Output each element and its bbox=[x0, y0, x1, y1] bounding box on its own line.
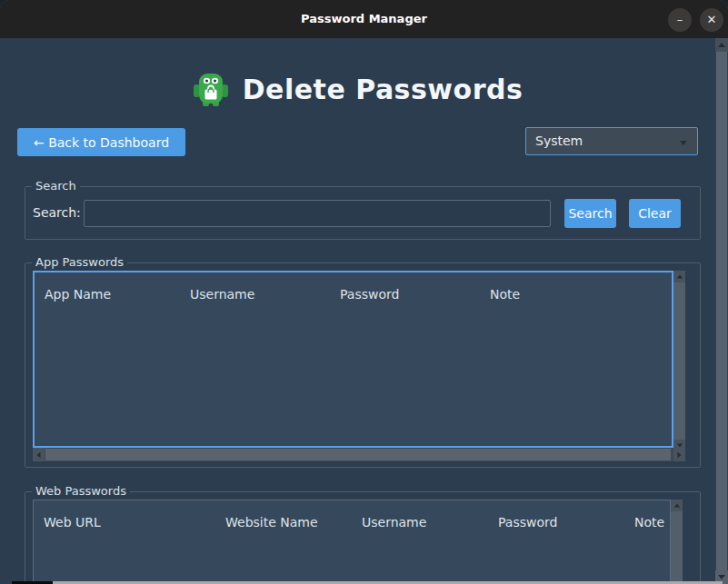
column-header-app-name[interactable]: App Name bbox=[35, 272, 180, 302]
chevron-down-icon bbox=[680, 141, 687, 145]
minimize-icon: – bbox=[677, 13, 683, 26]
page-title: Delete Passwords bbox=[243, 74, 524, 105]
web-passwords-group: Web Passwords Web URL Website Name Usern… bbox=[25, 491, 701, 584]
app-table-hscrollbar[interactable] bbox=[33, 448, 685, 461]
close-button[interactable]: ✕ bbox=[700, 8, 723, 32]
app-passwords-group-label: App Passwords bbox=[32, 255, 127, 269]
page-scroll-up-button[interactable] bbox=[715, 38, 728, 52]
column-header-username[interactable]: Username bbox=[180, 272, 330, 302]
app-passwords-table[interactable]: App Name Username Password Note bbox=[33, 271, 673, 448]
back-to-dashboard-button[interactable]: ← Back to Dashboard bbox=[17, 128, 185, 156]
arrow-down-icon bbox=[676, 444, 682, 448]
search-input[interactable] bbox=[84, 200, 551, 227]
arrow-up-icon bbox=[676, 275, 682, 279]
app-vscroll-up-button[interactable] bbox=[673, 271, 685, 282]
column-header-web-url[interactable]: Web URL bbox=[34, 500, 215, 530]
arrow-left-icon bbox=[37, 451, 41, 457]
close-icon: ✕ bbox=[707, 13, 717, 26]
window-title: Password Manager bbox=[0, 0, 728, 38]
app-table-vscrollbar[interactable] bbox=[673, 271, 685, 451]
web-vscrollbar-thumb[interactable] bbox=[671, 511, 683, 584]
app-hscrollbar-thumb[interactable] bbox=[45, 449, 671, 460]
page-scrollbar[interactable] bbox=[715, 38, 728, 584]
minimize-button[interactable]: – bbox=[668, 8, 692, 32]
page-header: Delete Passwords bbox=[0, 68, 715, 110]
web-passwords-table[interactable]: Web URL Website Name Username Password N… bbox=[33, 500, 671, 584]
column-header-note[interactable]: Note bbox=[480, 272, 672, 302]
search-button[interactable]: Search bbox=[564, 199, 616, 228]
theme-select[interactable]: System bbox=[525, 127, 698, 155]
column-header-password[interactable]: Password bbox=[488, 500, 624, 530]
arrow-right-icon bbox=[678, 451, 682, 457]
theme-select-value: System bbox=[535, 134, 583, 148]
web-passwords-table-header: Web URL Website Name Username Password N… bbox=[34, 500, 670, 530]
app-passwords-group: App Passwords App Name Username Password… bbox=[25, 262, 701, 468]
column-header-website-name[interactable]: Website Name bbox=[215, 500, 352, 530]
arrow-down-icon bbox=[718, 575, 725, 579]
column-header-note[interactable]: Note bbox=[624, 500, 670, 530]
clear-button[interactable]: Clear bbox=[629, 199, 681, 228]
search-group: Search Search: Search Clear bbox=[25, 186, 701, 240]
titlebar: Password Manager – ✕ bbox=[0, 0, 728, 38]
password-manager-robot-icon bbox=[193, 71, 229, 107]
app-vscrollbar-thumb[interactable] bbox=[673, 282, 685, 440]
password-manager-window: Password Manager – ✕ Delete Passwor bbox=[0, 0, 728, 584]
page-scrollbar-thumb[interactable] bbox=[716, 52, 727, 570]
column-header-password[interactable]: Password bbox=[330, 272, 480, 302]
web-vscroll-up-button[interactable] bbox=[671, 500, 683, 511]
column-header-username[interactable]: Username bbox=[352, 500, 488, 530]
web-table-vscrollbar[interactable] bbox=[671, 500, 683, 584]
web-passwords-group-label: Web Passwords bbox=[32, 484, 130, 498]
search-field-label: Search: bbox=[33, 205, 81, 220]
search-group-label: Search bbox=[32, 179, 80, 193]
app-passwords-table-header: App Name Username Password Note bbox=[35, 272, 672, 302]
arrow-up-icon bbox=[673, 504, 679, 508]
app-hscroll-left-button[interactable] bbox=[33, 448, 45, 461]
arrow-up-icon bbox=[718, 43, 725, 47]
app-hscroll-right-button[interactable] bbox=[673, 448, 685, 461]
